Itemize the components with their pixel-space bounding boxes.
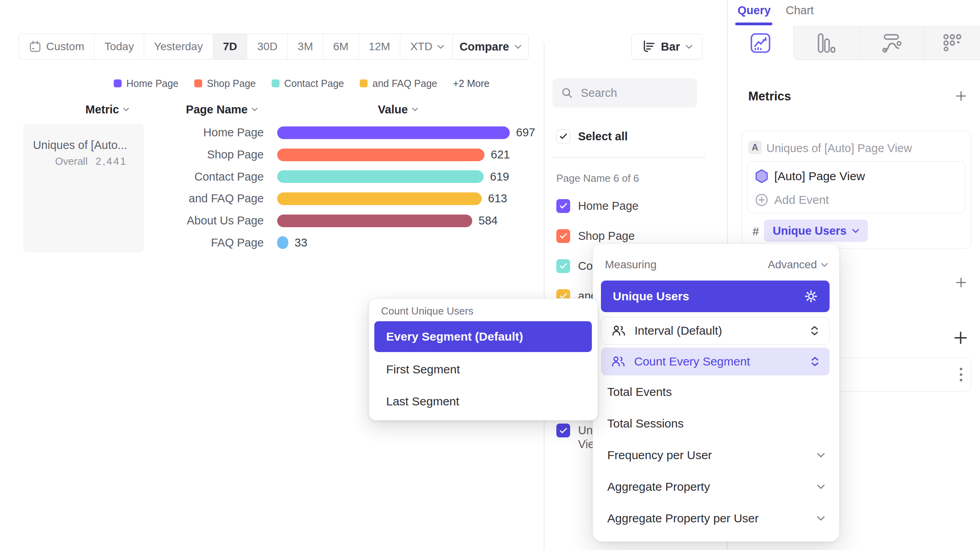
search-icon xyxy=(561,87,573,99)
bar-about-us-page[interactable] xyxy=(277,215,472,227)
count-option-first-segment[interactable]: First Segment xyxy=(386,362,460,377)
measuring-option-unique-users[interactable]: Unique Users xyxy=(601,281,830,312)
date-range-12m[interactable]: 12M xyxy=(359,34,400,59)
metrics-section-title: Metrics xyxy=(748,89,791,104)
advanced-toggle[interactable]: Advanced xyxy=(768,258,828,271)
checkbox-checked-icon[interactable] xyxy=(556,199,570,213)
checkbox-checked-icon[interactable] xyxy=(556,229,570,243)
filter-item-shop-page[interactable]: Shop Page xyxy=(556,229,635,243)
bar-row: Contact Page619 xyxy=(158,166,535,188)
add-breakdown-button[interactable] xyxy=(954,331,967,345)
checkbox-checked-icon[interactable] xyxy=(556,424,570,437)
bar-home-page[interactable] xyxy=(277,126,510,139)
measuring-option-frequency-per-user[interactable]: Frequency per User xyxy=(607,447,825,463)
gear-icon[interactable] xyxy=(804,290,818,303)
viz-tab-flows[interactable] xyxy=(859,26,924,60)
count-menu-title: Count Unique Users xyxy=(381,305,473,317)
event-row[interactable]: [Auto] Page View xyxy=(755,169,865,184)
metric-card[interactable]: Uniques of [Auto... Overall 2,441 xyxy=(23,124,144,252)
stepper-icon xyxy=(810,325,819,336)
legend-item[interactable]: and FAQ Page xyxy=(360,78,437,89)
bar-row: Shop Page621 xyxy=(158,144,535,166)
date-range-control: Custom Today Yesterday 7D 30D 3M 6M 12M … xyxy=(19,34,454,60)
column-header-value[interactable]: Value xyxy=(378,102,418,117)
legend-more[interactable]: +2 More xyxy=(453,78,489,89)
count-unique-users-menu: Count Unique Users Every Segment (Defaul… xyxy=(369,298,598,420)
count-option-every-segment[interactable]: Every Segment (Default) xyxy=(374,321,592,352)
chevron-down-icon xyxy=(412,107,418,111)
calendar-icon xyxy=(29,40,41,53)
bar-chart: Home Page697 Shop Page621 Contact Page61… xyxy=(158,122,535,254)
bar-row: Home Page697 xyxy=(158,122,535,144)
date-range-custom[interactable]: Custom xyxy=(19,34,94,59)
metric-card-overall: Overall 2,441 xyxy=(55,155,127,168)
measuring-interval-row[interactable]: Interval (Default) xyxy=(601,317,830,345)
bar-contact-page[interactable] xyxy=(277,170,484,183)
event-hexagon-icon xyxy=(755,169,769,184)
chevron-down-icon xyxy=(821,263,828,267)
measuring-option-total-events[interactable]: Total Events xyxy=(607,384,825,400)
date-range-6m[interactable]: 6M xyxy=(323,34,359,59)
bar-value: 584 xyxy=(479,214,498,227)
chevron-down-icon xyxy=(437,45,444,49)
insights-app: Custom Today Yesterday 7D 30D 3M 6M 12M … xyxy=(0,0,980,550)
bar-faq-page[interactable] xyxy=(277,236,288,249)
chevron-down-icon xyxy=(817,484,825,489)
measurement-chip[interactable]: Unique Users xyxy=(764,220,868,242)
bar-shop-page[interactable] xyxy=(277,149,484,161)
bar-value: 619 xyxy=(490,170,509,183)
vertical-divider xyxy=(544,43,544,550)
bar-and-faq-page[interactable] xyxy=(277,192,482,205)
compare-button[interactable]: Compare xyxy=(452,34,529,60)
legend-item[interactable]: Home Page xyxy=(114,78,178,89)
date-range-30d[interactable]: 30D xyxy=(247,34,287,59)
users-icon xyxy=(612,324,626,337)
metric-definition-title: Uniques of [Auto] Page View xyxy=(766,142,912,155)
tab-query[interactable]: Query xyxy=(738,4,771,17)
legend-swatch xyxy=(360,79,368,87)
add-metric-button[interactable] xyxy=(956,90,967,102)
select-all-checkbox[interactable] xyxy=(556,130,570,143)
search-input[interactable] xyxy=(580,86,680,100)
date-range-7d[interactable]: 7D xyxy=(213,34,248,59)
measuring-option-aggregate-property-per-user[interactable]: Aggregate Property per User xyxy=(607,510,825,526)
chevron-down-icon xyxy=(685,45,693,49)
measuring-option-total-sessions[interactable]: Total Sessions xyxy=(607,416,825,431)
date-range-label: Custom xyxy=(46,40,84,53)
search-box[interactable] xyxy=(552,78,697,107)
add-filter-button[interactable] xyxy=(956,277,967,288)
chevron-down-icon xyxy=(817,453,825,458)
date-range-3m[interactable]: 3M xyxy=(288,34,323,59)
bar-value: 621 xyxy=(491,148,510,161)
count-option-last-segment[interactable]: Last Segment xyxy=(386,394,459,409)
tab-chart[interactable]: Chart xyxy=(786,4,814,17)
legend-item[interactable]: Contact Page xyxy=(272,78,344,89)
divider xyxy=(552,157,706,158)
date-range-today[interactable]: Today xyxy=(94,34,144,59)
filter-item-home-page[interactable]: Home Page xyxy=(556,199,638,213)
viz-tab-retention[interactable] xyxy=(924,26,980,60)
date-range-yesterday[interactable]: Yesterday xyxy=(144,34,213,59)
legend-item[interactable]: Shop Page xyxy=(194,78,256,89)
add-event-row[interactable]: Add Event xyxy=(755,192,829,207)
chart-type-button[interactable]: Bar xyxy=(631,34,702,60)
column-header-metric[interactable]: Metric xyxy=(85,102,129,117)
measuring-option-aggregate-property[interactable]: Aggregate Property xyxy=(607,479,825,495)
select-all-row[interactable]: Select all xyxy=(556,129,628,143)
bar-row: About Us Page584 xyxy=(158,210,535,232)
add-event-plus-icon xyxy=(755,193,769,207)
kebab-menu-icon[interactable] xyxy=(958,365,964,384)
hash-symbol: # xyxy=(753,225,759,238)
retention-dots-icon xyxy=(942,33,963,53)
checkbox-checked-icon[interactable] xyxy=(556,259,570,273)
column-header-page-name[interactable]: Page Name xyxy=(186,102,258,117)
measuring-count-every-segment-row[interactable]: Count Every Segment xyxy=(601,348,830,375)
legend-swatch xyxy=(114,79,122,87)
column-chart-icon xyxy=(816,33,837,53)
chevron-down-icon xyxy=(852,229,859,233)
viz-tab-bars[interactable] xyxy=(793,26,859,60)
date-range-xtd[interactable]: XTD xyxy=(400,34,454,59)
chevron-down-icon xyxy=(123,107,130,111)
viz-tab-insights[interactable] xyxy=(728,26,794,60)
metric-badge: A xyxy=(748,141,762,154)
